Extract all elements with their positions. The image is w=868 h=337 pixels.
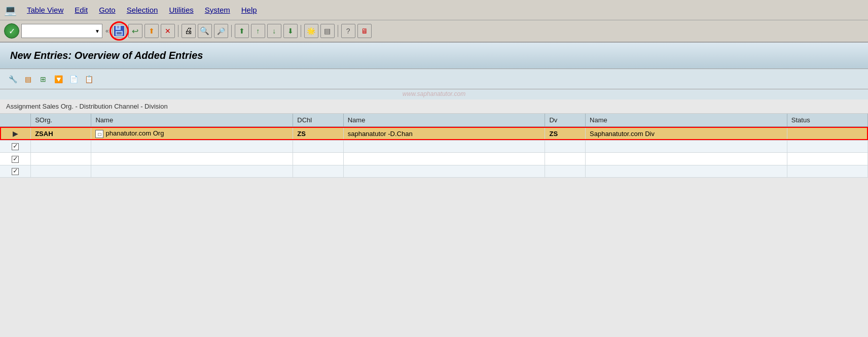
sorg-cell <box>31 153 91 165</box>
first-record-icon: ⬆ <box>239 27 245 35</box>
col-header-dv[interactable]: Dv <box>545 114 586 127</box>
table-icon-btn[interactable]: ▤ <box>21 73 34 86</box>
dchl-cell <box>293 165 343 178</box>
page-title-bar: New Entries: Overview of Added Entries <box>0 43 868 69</box>
row-selector-cell[interactable]: ✓ <box>0 140 31 153</box>
row-selector-cell[interactable]: ✓ <box>0 165 31 178</box>
data-table: SOrg. Name DChl Name Dv Name Status ▶ZSA… <box>0 114 868 178</box>
dv-name-cell: Saphanatutor.com Div <box>586 127 787 140</box>
sorg-name-cell: □phanatutor.com Org <box>91 127 293 140</box>
display-button[interactable]: 🖥 <box>357 24 372 38</box>
col-header-dchl[interactable]: DChl <box>293 114 343 127</box>
menu-utilities[interactable]: Utilities <box>164 4 198 16</box>
svg-rect-4 <box>117 32 122 35</box>
confirm-button[interactable]: ✓ <box>4 23 19 39</box>
prev-record-icon: ↑ <box>256 27 260 35</box>
help-button[interactable]: ? <box>341 24 355 38</box>
next-record-button[interactable]: ↓ <box>267 24 281 38</box>
watermark-text: www.saphanatutor.com <box>403 90 465 97</box>
status-cell <box>787 127 867 140</box>
col-header-selector <box>0 114 31 127</box>
separator-1 <box>178 25 178 37</box>
undo-button[interactable]: ↩ <box>128 24 142 38</box>
toolbar: ✓ ▼ « ↩ ⬆ ✕ 🖨 🔍 <box>0 20 868 43</box>
sorg-name-cell <box>91 140 293 153</box>
menu-help[interactable]: Help <box>236 4 262 16</box>
table-header-row: SOrg. Name DChl Name Dv Name Status <box>0 114 868 127</box>
configure-button[interactable]: 🔧 <box>6 73 19 86</box>
separator-3 <box>301 25 301 37</box>
find-button[interactable]: 🔍 <box>198 24 212 38</box>
col-header-dchl-name[interactable]: Name <box>343 114 545 127</box>
nav-back-icon[interactable]: « <box>104 27 110 35</box>
undo-icon: ↩ <box>132 26 138 36</box>
dv-cell: ZS <box>545 127 586 140</box>
content-area: New Entries: Overview of Added Entries 🔧… <box>0 43 868 178</box>
jump-up-icon: ⬆ <box>149 27 155 35</box>
command-dropdown[interactable]: ▼ <box>21 24 102 38</box>
col-header-sorg-name[interactable]: Name <box>91 114 293 127</box>
table-row[interactable]: ✓ <box>0 153 868 165</box>
prev-record-button[interactable]: ↑ <box>251 24 265 38</box>
sorg-name-text: phanatutor.com Org <box>105 129 164 137</box>
first-record-button[interactable]: ⬆ <box>235 24 249 38</box>
jump-up-button[interactable]: ⬆ <box>144 24 159 38</box>
dchl-cell: ZS <box>293 127 343 140</box>
menu-table-view[interactable]: Table View <box>22 4 68 16</box>
tree-icon-btn[interactable]: ⊞ <box>37 73 50 86</box>
dchl-name-cell <box>343 153 545 165</box>
print-button[interactable]: 🖨 <box>182 24 196 38</box>
copy-icon[interactable]: □ <box>95 130 103 138</box>
status-cell <box>787 140 867 153</box>
printer-icon: 🖨 <box>185 26 193 36</box>
clipboard-icon-btn[interactable]: 📋 <box>82 73 95 86</box>
filter-icon-btn[interactable]: 🔽 <box>52 73 65 86</box>
app-icon: 💻 <box>4 4 17 16</box>
row-checkbox[interactable]: ✓ <box>12 168 19 175</box>
dchl-cell <box>293 153 343 165</box>
find-next-button[interactable]: 🔎 <box>214 24 228 38</box>
expand-icon: 🌟 <box>307 27 315 35</box>
menu-edit[interactable]: Edit <box>69 4 93 16</box>
col-header-dv-name[interactable]: Name <box>586 114 787 127</box>
col-header-sorg[interactable]: SOrg. <box>31 114 91 127</box>
table-section: Assignment Sales Org. - Distribution Cha… <box>0 99 868 178</box>
save-button-wrapper <box>112 24 126 38</box>
last-record-button[interactable]: ⬇ <box>283 24 298 38</box>
dv-name-cell <box>586 140 787 153</box>
dchl-name-cell <box>343 165 545 178</box>
doc-icon-btn[interactable]: 📄 <box>67 73 80 86</box>
table-row[interactable]: ▶ZSAH□phanatutor.com OrgZSsaphanatutor -… <box>0 127 868 140</box>
dv-name-cell <box>586 165 787 178</box>
expand-button[interactable]: 🌟 <box>304 24 318 38</box>
dchl-cell <box>293 140 343 153</box>
table-row[interactable]: ✓ <box>0 140 868 153</box>
table-section-label: Assignment Sales Org. - Distribution Cha… <box>0 99 868 114</box>
dv-name-cell <box>586 153 787 165</box>
status-cell <box>787 165 867 178</box>
row-checkbox[interactable]: ✓ <box>12 156 19 163</box>
layout-button[interactable]: ▤ <box>320 24 335 38</box>
cancel-icon: ✕ <box>165 27 171 35</box>
col-header-status[interactable]: Status <box>787 114 867 127</box>
sorg-cell: ZSAH <box>31 127 91 140</box>
row-selector-cell[interactable]: ▶ <box>0 127 31 140</box>
menu-goto[interactable]: Goto <box>94 4 121 16</box>
cancel-button[interactable]: ✕ <box>161 24 175 38</box>
sorg-cell <box>31 140 91 153</box>
help-icon: ? <box>346 27 350 35</box>
dv-cell <box>545 140 586 153</box>
sorg-cell <box>31 165 91 178</box>
row-checkbox[interactable]: ✓ <box>12 143 19 150</box>
menu-system[interactable]: System <box>200 4 235 16</box>
table-body: ▶ZSAH□phanatutor.com OrgZSsaphanatutor -… <box>0 127 868 178</box>
svg-rect-3 <box>117 26 119 28</box>
watermark-container: www.saphanatutor.com <box>0 89 868 99</box>
menu-selection[interactable]: Selection <box>122 4 163 16</box>
save-button[interactable] <box>112 24 126 38</box>
row-selector-cell[interactable]: ✓ <box>0 153 31 165</box>
table-row[interactable]: ✓ <box>0 165 868 178</box>
sorg-name-cell <box>91 165 293 178</box>
monitor-icon: 🖥 <box>361 27 368 35</box>
row-selector-arrow: ▶ <box>13 130 18 138</box>
